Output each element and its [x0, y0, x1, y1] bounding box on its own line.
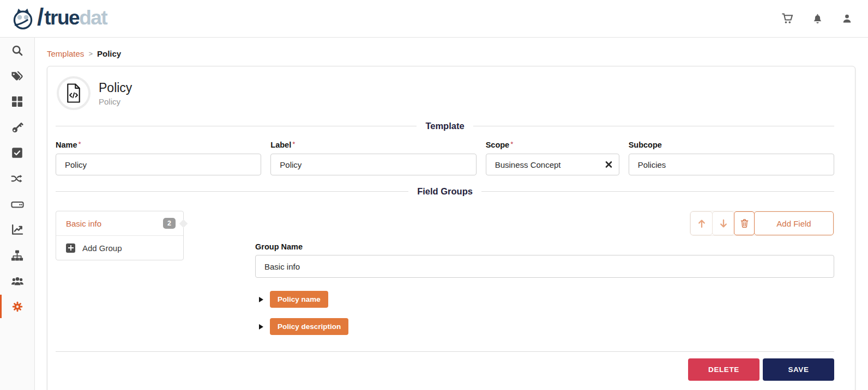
- sidebar-item-grid[interactable]: [0, 89, 34, 114]
- group-name-field: [255, 255, 834, 278]
- tags-icon: [11, 70, 23, 82]
- template-avatar: [57, 76, 91, 110]
- divider-line: [56, 126, 417, 126]
- add-group-label: Add Group: [82, 243, 122, 253]
- trash-icon: [740, 218, 749, 228]
- subcope-input[interactable]: [629, 154, 834, 175]
- group-editor: Add Field Group Name Policy name: [255, 211, 834, 335]
- drive-icon: [11, 198, 24, 210]
- delete-button[interactable]: DELETE: [688, 358, 760, 381]
- brand-word-primary: true: [44, 7, 79, 29]
- sidebar-item-shuffle[interactable]: [0, 166, 34, 191]
- field-label: Label*: [270, 140, 476, 175]
- clear-x-icon[interactable]: [605, 161, 612, 168]
- main-content: Templates > Policy: [35, 38, 868, 390]
- name-input[interactable]: [56, 154, 261, 175]
- sidebar-item-chart[interactable]: [0, 217, 34, 242]
- top-navbar: / truedat: [0, 0, 868, 38]
- cart-icon[interactable]: [781, 13, 794, 25]
- delete-group-button[interactable]: [734, 211, 755, 235]
- group-name-input[interactable]: [255, 255, 834, 278]
- move-up-button[interactable]: [690, 211, 713, 235]
- add-group-button[interactable]: Add Group: [56, 236, 183, 260]
- required-mark: *: [510, 140, 513, 148]
- toolbar-row: Add Field: [255, 211, 834, 236]
- group-item-label: Basic info: [66, 219, 101, 228]
- field-subcope: Subcope: [629, 140, 834, 175]
- shuffle-icon: [11, 173, 23, 184]
- breadcrumb-current: Policy: [97, 49, 121, 58]
- user-icon[interactable]: [841, 13, 853, 25]
- required-mark: *: [79, 140, 81, 148]
- group-list: Basic info 2 Add Group: [56, 211, 184, 260]
- grid-icon: [11, 96, 23, 107]
- template-card: Policy Policy Template Name* Label*: [47, 66, 855, 390]
- field-scope: Scope*: [486, 140, 619, 175]
- footer-actions: DELETE SAVE: [56, 352, 834, 390]
- required-mark: *: [292, 140, 295, 148]
- caret-right-icon[interactable]: [259, 297, 263, 302]
- breadcrumb-templates[interactable]: Templates: [47, 49, 84, 58]
- file-code-icon: [64, 83, 83, 103]
- caret-right-icon[interactable]: [259, 324, 263, 330]
- breadcrumb: Templates > Policy: [47, 49, 868, 58]
- group-toolbar: Add Field: [690, 211, 834, 236]
- add-field-button[interactable]: Add Field: [754, 211, 834, 235]
- key-icon: [11, 121, 23, 133]
- section-field-groups-title: Field Groups: [417, 186, 473, 197]
- group-name-label: Group Name: [255, 242, 834, 251]
- sitemap-icon: [11, 249, 23, 261]
- card-header: Policy Policy: [56, 76, 834, 110]
- move-down-button[interactable]: [712, 211, 734, 235]
- left-sidebar: [0, 38, 35, 390]
- users-icon: [11, 276, 24, 287]
- name-label: Name: [56, 141, 77, 149]
- field-chip-list: Policy name Policy description: [255, 291, 834, 335]
- save-button[interactable]: SAVE: [763, 358, 834, 381]
- search-icon: [11, 45, 23, 57]
- sidebar-item-key[interactable]: [0, 114, 34, 140]
- arrow-down-icon: [719, 219, 728, 228]
- field-groups-area: Basic info 2 Add Group: [56, 211, 834, 335]
- arrow-up-icon: [697, 219, 706, 228]
- sidebar-item-search[interactable]: [0, 38, 34, 63]
- sidebar-item-check[interactable]: [0, 140, 34, 166]
- field-chip[interactable]: Policy description: [270, 318, 348, 335]
- breadcrumb-separator: >: [88, 50, 93, 58]
- navbar-actions: [781, 13, 853, 25]
- sidebar-item-drive[interactable]: [0, 191, 34, 217]
- bell-icon[interactable]: [812, 13, 823, 25]
- section-template-title: Template: [425, 121, 464, 131]
- brand-word-secondary: dat: [79, 7, 107, 29]
- label-label: Label: [270, 141, 291, 149]
- sidebar-item-settings[interactable]: [0, 294, 34, 319]
- divider-line: [56, 191, 408, 192]
- page-subtitle: Policy: [99, 97, 132, 106]
- divider-line: [481, 191, 834, 192]
- template-form: Name* Label* Scope*: [56, 140, 834, 175]
- divider-line: [473, 126, 834, 126]
- field-row-policy-name: Policy name: [259, 291, 834, 308]
- brand-logo[interactable]: / truedat: [11, 6, 107, 31]
- sidebar-item-tags[interactable]: [0, 63, 34, 89]
- sidebar-item-users[interactable]: [0, 268, 34, 294]
- brand-slash: /: [37, 5, 44, 29]
- plus-square-icon: [66, 243, 75, 253]
- field-row-policy-description: Policy description: [259, 318, 834, 335]
- label-input[interactable]: [270, 154, 476, 175]
- gear-icon: [11, 301, 23, 313]
- group-item-basic-info[interactable]: Basic info 2: [56, 211, 183, 236]
- section-template: Template: [56, 121, 834, 131]
- page-title: Policy: [99, 81, 132, 95]
- subcope-label: Subcope: [629, 141, 662, 149]
- chart-line-icon: [11, 224, 23, 235]
- section-field-groups: Field Groups: [56, 186, 834, 197]
- scope-input[interactable]: [486, 154, 619, 175]
- owl-icon: [11, 6, 35, 31]
- add-field-label: Add Field: [776, 219, 811, 228]
- sidebar-item-sitemap[interactable]: [0, 242, 34, 268]
- field-chip[interactable]: Policy name: [270, 291, 328, 308]
- group-count-badge: 2: [163, 218, 176, 229]
- scope-label: Scope: [486, 141, 510, 149]
- field-name: Name*: [56, 140, 261, 175]
